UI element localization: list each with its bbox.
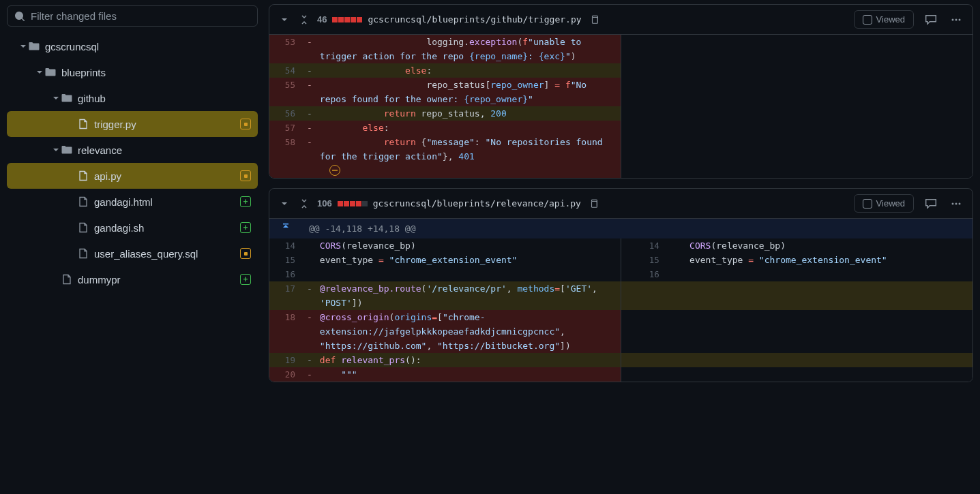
- change-count: 106: [317, 198, 332, 209]
- expand-file-icon[interactable]: [297, 12, 312, 27]
- empty-side: [621, 367, 972, 382]
- file-tree-sidebar: gcscruncsql blueprints github trigger.py…: [0, 0, 265, 494]
- code-row[interactable]: 19 - def relevant_prs():: [269, 353, 972, 367]
- tree-label: user_aliases_query.sql: [94, 248, 240, 260]
- svg-rect-0: [592, 17, 597, 23]
- diff-marker: -: [302, 106, 317, 121]
- diff-marker: [302, 164, 317, 178]
- collapse-comment-icon[interactable]: [329, 165, 340, 176]
- tree-label: trigger.py: [94, 119, 240, 130]
- file-icon: [61, 274, 72, 285]
- diff-table: 53 - logging.exception(f"unable to trigg…: [269, 35, 972, 178]
- svg-rect-5: [591, 201, 597, 207]
- svg-rect-9: [283, 223, 288, 225]
- line-number: 18: [269, 310, 302, 353]
- code-row[interactable]: 14 CORS(relevance_bp) 14 CORS(relevance_…: [269, 238, 972, 253]
- folder-icon: [61, 144, 72, 155]
- comment-icon[interactable]: [922, 195, 940, 213]
- line-number: 56: [269, 106, 302, 121]
- code-row[interactable]: 20 - """: [269, 367, 972, 382]
- viewed-toggle[interactable]: Viewed: [854, 194, 914, 213]
- viewed-label: Viewed: [876, 14, 905, 25]
- diff-marker: -: [302, 310, 317, 353]
- tree-folder-root[interactable]: gcscruncsql: [7, 33, 258, 59]
- empty-side: [621, 310, 972, 353]
- code-cell: [317, 164, 621, 178]
- tree-file-gandagi-html[interactable]: gandagi.html +: [7, 189, 258, 215]
- chevron-down-icon: [34, 68, 45, 76]
- diff-marker: [666, 353, 687, 367]
- viewed-label: Viewed: [876, 198, 905, 209]
- kebab-icon[interactable]: [948, 12, 964, 28]
- file-diff-block: 46 gcscruncsql/blueprints/github/trigger…: [269, 4, 973, 179]
- viewed-toggle[interactable]: Viewed: [854, 10, 914, 29]
- comment-icon[interactable]: [922, 11, 940, 29]
- tree-folder-relevance[interactable]: relevance: [7, 137, 258, 163]
- tree-file-gandagi-sh[interactable]: gandagi.sh +: [7, 215, 258, 241]
- diff-marker: -: [302, 367, 317, 382]
- code-cell: return {"message": "No repositories foun…: [317, 135, 621, 164]
- code-cell: [317, 267, 621, 281]
- diff-main: 46 gcscruncsql/blueprints/github/trigger…: [265, 0, 980, 494]
- svg-point-6: [952, 202, 954, 204]
- file-diff-block: 106 gcscruncsql/blueprints/relevance/api…: [269, 188, 973, 382]
- chevron-down-icon: [50, 94, 61, 102]
- filter-files-input[interactable]: [31, 10, 250, 22]
- line-number: 20: [269, 367, 302, 382]
- hunk-header-row[interactable]: @@ -14,118 +14,18 @@: [269, 219, 972, 238]
- added-badge-icon: +: [240, 196, 251, 207]
- tree-file-api[interactable]: api.py: [7, 163, 258, 189]
- diff-marker: [666, 267, 687, 281]
- line-number: 58: [269, 135, 302, 164]
- line-number: 54: [269, 63, 302, 78]
- svg-point-8: [959, 202, 961, 204]
- tree-file-dummypr[interactable]: dummypr +: [7, 266, 258, 292]
- diff-marker: [666, 253, 687, 267]
- diff-marker: [302, 253, 317, 267]
- filter-files-input-wrap[interactable]: [7, 5, 258, 27]
- file-path[interactable]: gcscruncsql/blueprints/relevance/api.py: [373, 198, 581, 209]
- code-row[interactable]: 15 event_type = "chrome_extension_event"…: [269, 253, 972, 267]
- diff-marker: [666, 281, 687, 310]
- tree-folder-github[interactable]: github: [7, 85, 258, 111]
- kebab-icon[interactable]: [948, 196, 964, 212]
- diff-table: @@ -14,118 +14,18 @@ 14 CORS(relevance_b…: [269, 219, 972, 382]
- diff-marker: -: [302, 63, 317, 78]
- tree-folder-blueprints[interactable]: blueprints: [7, 59, 258, 85]
- chevron-down-icon: [50, 146, 61, 154]
- line-number: 15: [269, 253, 302, 267]
- chevron-down-icon: [18, 42, 29, 50]
- code-row[interactable]: 17 - @relevance_bp.route('/relevance/pr'…: [269, 281, 972, 310]
- hunk-header: @@ -14,118 +14,18 @@: [302, 219, 972, 238]
- code-cell: CORS(relevance_bp): [687, 238, 972, 253]
- code-row[interactable]: 16 16: [269, 267, 972, 281]
- diff-marker: [666, 238, 687, 253]
- line-number: 53: [269, 35, 302, 63]
- copy-path-icon[interactable]: [587, 12, 602, 27]
- change-count: 46: [317, 14, 327, 25]
- collapse-file-icon[interactable]: [278, 197, 291, 211]
- code-cell: event_type = "chrome_extension_event": [687, 253, 972, 267]
- code-row[interactable]: 53 - logging.exception(f"unable to trigg…: [269, 35, 972, 63]
- collapse-file-icon[interactable]: [278, 13, 291, 27]
- tree-file-trigger[interactable]: trigger.py: [7, 111, 258, 137]
- code-row[interactable]: 18 - @cross_origin(origins=["chrome-exte…: [269, 310, 972, 353]
- folder-icon: [61, 93, 72, 104]
- tree-file-user-aliases[interactable]: user_aliases_query.sql: [7, 241, 258, 266]
- file-diff-header: 46 gcscruncsql/blueprints/github/trigger…: [269, 5, 972, 35]
- tree-label: blueprints: [61, 67, 251, 78]
- modified-badge-icon: [240, 170, 251, 181]
- expand-up-icon[interactable]: [269, 219, 302, 238]
- code-cell: logging.exception(f"unable to trigger ac…: [317, 35, 621, 63]
- copy-path-icon[interactable]: [586, 196, 602, 211]
- file-icon: [78, 170, 89, 181]
- diff-stat-dots: [338, 201, 368, 206]
- tree-label: gcscruncsql: [45, 41, 251, 52]
- file-path[interactable]: gcscruncsql/blueprints/github/trigger.py: [368, 14, 581, 25]
- tree-label: dummypr: [78, 274, 240, 285]
- code-cell: """: [317, 367, 621, 382]
- expand-file-icon[interactable]: [297, 196, 312, 211]
- folder-icon: [45, 67, 56, 78]
- line-number: 17: [269, 281, 302, 310]
- code-cell: return repo_status, 200: [317, 106, 621, 121]
